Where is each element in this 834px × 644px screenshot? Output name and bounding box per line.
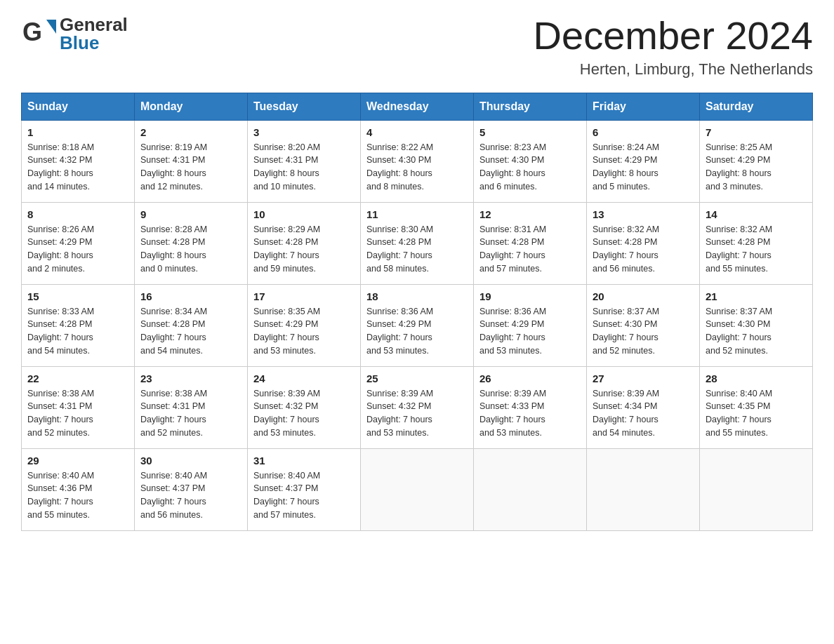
day-info: Sunrise: 8:29 AM Sunset: 4:28 PM Dayligh… xyxy=(253,223,355,276)
day-number: 15 xyxy=(27,290,128,302)
day-number: 3 xyxy=(253,126,355,138)
day-number: 26 xyxy=(479,373,581,384)
calendar-cell: 5 Sunrise: 8:23 AM Sunset: 4:30 PM Dayli… xyxy=(474,120,587,202)
calendar-cell: 2 Sunrise: 8:19 AM Sunset: 4:31 PM Dayli… xyxy=(135,120,248,202)
logo-icon: G xyxy=(21,14,60,53)
day-info: Sunrise: 8:34 AM Sunset: 4:28 PM Dayligh… xyxy=(140,305,241,358)
weekday-header-saturday: Saturday xyxy=(700,93,813,120)
weekday-header-tuesday: Tuesday xyxy=(248,93,361,120)
calendar-cell: 15 Sunrise: 8:33 AM Sunset: 4:28 PM Dayl… xyxy=(22,284,135,366)
day-number: 23 xyxy=(140,373,241,384)
day-number: 17 xyxy=(253,290,355,302)
calendar-cell xyxy=(587,448,700,530)
week-row-2: 8 Sunrise: 8:26 AM Sunset: 4:29 PM Dayli… xyxy=(22,202,813,284)
logo-blue: Blue xyxy=(60,34,128,52)
day-number: 28 xyxy=(706,373,807,384)
day-number: 4 xyxy=(366,126,468,138)
day-number: 19 xyxy=(479,290,581,302)
day-info: Sunrise: 8:30 AM Sunset: 4:28 PM Dayligh… xyxy=(366,223,468,276)
day-info: Sunrise: 8:39 AM Sunset: 4:32 PM Dayligh… xyxy=(366,387,468,440)
calendar-cell: 1 Sunrise: 8:18 AM Sunset: 4:32 PM Dayli… xyxy=(22,120,135,202)
weekday-header-friday: Friday xyxy=(587,93,700,120)
calendar-cell: 13 Sunrise: 8:32 AM Sunset: 4:28 PM Dayl… xyxy=(587,202,700,284)
day-number: 2 xyxy=(140,126,241,138)
page-header: G General Blue December 2024 Herten, Lim… xyxy=(21,14,813,79)
calendar-cell: 10 Sunrise: 8:29 AM Sunset: 4:28 PM Dayl… xyxy=(248,202,361,284)
week-row-3: 15 Sunrise: 8:33 AM Sunset: 4:28 PM Dayl… xyxy=(22,284,813,366)
day-number: 24 xyxy=(253,373,355,384)
day-info: Sunrise: 8:40 AM Sunset: 4:35 PM Dayligh… xyxy=(706,387,807,440)
calendar-cell: 7 Sunrise: 8:25 AM Sunset: 4:29 PM Dayli… xyxy=(700,120,813,202)
weekday-header-thursday: Thursday xyxy=(474,93,587,120)
day-number: 22 xyxy=(27,373,128,384)
calendar-cell: 18 Sunrise: 8:36 AM Sunset: 4:29 PM Dayl… xyxy=(361,284,474,366)
logo-general: General xyxy=(60,15,128,34)
weekday-header-wednesday: Wednesday xyxy=(361,93,474,120)
svg-text:G: G xyxy=(22,18,42,46)
day-number: 14 xyxy=(706,208,807,220)
day-info: Sunrise: 8:36 AM Sunset: 4:29 PM Dayligh… xyxy=(366,305,468,358)
day-number: 10 xyxy=(253,208,355,220)
day-info: Sunrise: 8:23 AM Sunset: 4:30 PM Dayligh… xyxy=(479,141,581,194)
calendar-cell: 8 Sunrise: 8:26 AM Sunset: 4:29 PM Dayli… xyxy=(22,202,135,284)
day-number: 9 xyxy=(140,208,241,220)
calendar-cell: 11 Sunrise: 8:30 AM Sunset: 4:28 PM Dayl… xyxy=(361,202,474,284)
calendar-table: SundayMondayTuesdayWednesdayThursdayFrid… xyxy=(21,93,813,531)
day-info: Sunrise: 8:33 AM Sunset: 4:28 PM Dayligh… xyxy=(27,305,128,358)
week-row-1: 1 Sunrise: 8:18 AM Sunset: 4:32 PM Dayli… xyxy=(22,120,813,202)
day-info: Sunrise: 8:31 AM Sunset: 4:28 PM Dayligh… xyxy=(479,223,581,276)
calendar-cell xyxy=(361,448,474,530)
day-info: Sunrise: 8:35 AM Sunset: 4:29 PM Dayligh… xyxy=(253,305,355,358)
day-number: 27 xyxy=(593,373,694,384)
day-number: 20 xyxy=(593,290,694,302)
calendar-cell: 26 Sunrise: 8:39 AM Sunset: 4:33 PM Dayl… xyxy=(474,366,587,448)
calendar-cell: 30 Sunrise: 8:40 AM Sunset: 4:37 PM Dayl… xyxy=(135,448,248,530)
day-number: 13 xyxy=(593,208,694,220)
calendar-cell xyxy=(700,448,813,530)
week-row-4: 22 Sunrise: 8:38 AM Sunset: 4:31 PM Dayl… xyxy=(22,366,813,448)
calendar-cell: 28 Sunrise: 8:40 AM Sunset: 4:35 PM Dayl… xyxy=(700,366,813,448)
day-info: Sunrise: 8:32 AM Sunset: 4:28 PM Dayligh… xyxy=(706,223,807,276)
day-info: Sunrise: 8:40 AM Sunset: 4:37 PM Dayligh… xyxy=(140,469,241,522)
day-info: Sunrise: 8:38 AM Sunset: 4:31 PM Dayligh… xyxy=(27,387,128,440)
day-number: 29 xyxy=(27,455,128,467)
day-info: Sunrise: 8:38 AM Sunset: 4:31 PM Dayligh… xyxy=(140,387,241,440)
calendar-cell: 27 Sunrise: 8:39 AM Sunset: 4:34 PM Dayl… xyxy=(587,366,700,448)
day-info: Sunrise: 8:19 AM Sunset: 4:31 PM Dayligh… xyxy=(140,141,241,194)
svg-marker-1 xyxy=(46,20,56,34)
calendar-cell: 9 Sunrise: 8:28 AM Sunset: 4:28 PM Dayli… xyxy=(135,202,248,284)
calendar-cell: 25 Sunrise: 8:39 AM Sunset: 4:32 PM Dayl… xyxy=(361,366,474,448)
calendar-cell: 19 Sunrise: 8:36 AM Sunset: 4:29 PM Dayl… xyxy=(474,284,587,366)
calendar-cell: 21 Sunrise: 8:37 AM Sunset: 4:30 PM Dayl… xyxy=(700,284,813,366)
day-number: 8 xyxy=(27,208,128,220)
day-number: 7 xyxy=(706,126,807,138)
day-info: Sunrise: 8:36 AM Sunset: 4:29 PM Dayligh… xyxy=(479,305,581,358)
day-info: Sunrise: 8:24 AM Sunset: 4:29 PM Dayligh… xyxy=(593,141,694,194)
day-info: Sunrise: 8:32 AM Sunset: 4:28 PM Dayligh… xyxy=(593,223,694,276)
day-number: 18 xyxy=(366,290,468,302)
day-number: 31 xyxy=(253,455,355,467)
day-info: Sunrise: 8:28 AM Sunset: 4:28 PM Dayligh… xyxy=(140,223,241,276)
day-info: Sunrise: 8:37 AM Sunset: 4:30 PM Dayligh… xyxy=(706,305,807,358)
day-number: 30 xyxy=(140,455,241,467)
day-number: 16 xyxy=(140,290,241,302)
calendar-cell xyxy=(474,448,587,530)
calendar-cell: 14 Sunrise: 8:32 AM Sunset: 4:28 PM Dayl… xyxy=(700,202,813,284)
calendar-cell: 24 Sunrise: 8:39 AM Sunset: 4:32 PM Dayl… xyxy=(248,366,361,448)
weekday-header-sunday: Sunday xyxy=(22,93,135,120)
calendar-cell: 16 Sunrise: 8:34 AM Sunset: 4:28 PM Dayl… xyxy=(135,284,248,366)
day-info: Sunrise: 8:25 AM Sunset: 4:29 PM Dayligh… xyxy=(706,141,807,194)
calendar-cell: 12 Sunrise: 8:31 AM Sunset: 4:28 PM Dayl… xyxy=(474,202,587,284)
day-number: 21 xyxy=(706,290,807,302)
day-info: Sunrise: 8:40 AM Sunset: 4:36 PM Dayligh… xyxy=(27,469,128,522)
title-area: December 2024 Herten, Limburg, The Nethe… xyxy=(534,14,813,79)
calendar-cell: 3 Sunrise: 8:20 AM Sunset: 4:31 PM Dayli… xyxy=(248,120,361,202)
calendar-cell: 20 Sunrise: 8:37 AM Sunset: 4:30 PM Dayl… xyxy=(587,284,700,366)
calendar-cell: 23 Sunrise: 8:38 AM Sunset: 4:31 PM Dayl… xyxy=(135,366,248,448)
calendar-cell: 6 Sunrise: 8:24 AM Sunset: 4:29 PM Dayli… xyxy=(587,120,700,202)
weekday-header-monday: Monday xyxy=(135,93,248,120)
calendar-cell: 31 Sunrise: 8:40 AM Sunset: 4:37 PM Dayl… xyxy=(248,448,361,530)
day-number: 1 xyxy=(27,126,128,138)
logo: G General Blue xyxy=(21,14,128,53)
day-info: Sunrise: 8:26 AM Sunset: 4:29 PM Dayligh… xyxy=(27,223,128,276)
